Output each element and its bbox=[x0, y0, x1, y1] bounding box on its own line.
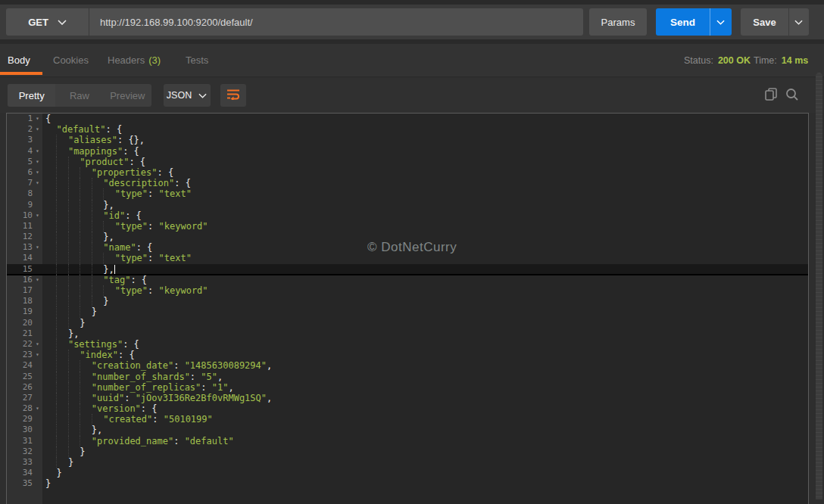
editor-gutter-cell: 12 bbox=[7, 232, 42, 242]
view-mode-preview[interactable]: Preview bbox=[104, 84, 151, 107]
editor-line-row: 23▾ "index": { bbox=[7, 350, 808, 360]
code-line[interactable]: "aliases": {}, bbox=[42, 135, 808, 145]
editor-line-row: 4▾ "mappings": { bbox=[7, 146, 808, 157]
code-line[interactable]: } bbox=[42, 468, 808, 478]
wrap-text-icon bbox=[226, 88, 241, 103]
line-number: 13 bbox=[7, 242, 33, 253]
code-line[interactable]: }, bbox=[42, 264, 808, 275]
params-label: Params bbox=[601, 17, 635, 28]
editor-line-row: 29 "created": "5010199" bbox=[7, 414, 808, 425]
editor-line-row: 28▾ "version": { bbox=[7, 403, 808, 414]
editor-line-row: 16▾ "tag": { bbox=[7, 275, 808, 285]
code-line[interactable]: "index": { bbox=[42, 350, 808, 360]
code-line[interactable]: } bbox=[42, 296, 808, 306]
fold-icon[interactable]: ▾ bbox=[33, 124, 42, 135]
code-line[interactable]: "description": { bbox=[42, 178, 808, 188]
editor-gutter-cell: 10▾ bbox=[7, 210, 42, 221]
fold-icon[interactable]: ▾ bbox=[33, 146, 42, 157]
url-input[interactable] bbox=[89, 8, 583, 36]
code-line[interactable]: "number_of_shards": "5", bbox=[42, 372, 808, 382]
editor-gutter-cell: 14 bbox=[7, 253, 42, 263]
code-line[interactable]: "default": { bbox=[42, 124, 808, 135]
code-line[interactable]: } bbox=[42, 318, 808, 328]
code-line[interactable]: "type": "text" bbox=[42, 188, 808, 199]
code-line[interactable]: "id": { bbox=[42, 210, 808, 221]
tab-headers-label: Headers bbox=[108, 54, 145, 66]
editor-line-row: 26 "number_of_replicas": "1", bbox=[7, 382, 808, 393]
code-line[interactable]: "uuid": "jOov3I36Re2Bf0vRMWg1SQ", bbox=[42, 393, 808, 403]
editor-gutter-cell: 17 bbox=[7, 285, 42, 296]
method-dropdown[interactable]: GET bbox=[6, 8, 89, 36]
fold-icon[interactable]: ▾ bbox=[33, 167, 42, 178]
line-number: 22 bbox=[7, 339, 33, 350]
code-line[interactable]: "provided_name": "default" bbox=[42, 436, 808, 446]
code-line[interactable]: "created": "5010199" bbox=[42, 414, 808, 425]
fold-icon[interactable]: ▾ bbox=[33, 178, 42, 188]
editor-gutter-cell: 19 bbox=[7, 306, 42, 317]
wrap-text-button[interactable] bbox=[220, 84, 246, 107]
copy-button[interactable] bbox=[764, 87, 778, 105]
params-button[interactable]: Params bbox=[589, 8, 647, 36]
code-line[interactable]: "creation_date": "1485630089294", bbox=[42, 360, 808, 371]
code-line[interactable]: { bbox=[42, 114, 808, 124]
code-line[interactable]: "type": "keyword" bbox=[42, 221, 808, 232]
code-line[interactable]: "type": "text" bbox=[42, 253, 808, 263]
fold-icon[interactable]: ▾ bbox=[33, 242, 42, 253]
code-line[interactable]: }, bbox=[42, 328, 808, 339]
editor-gutter-cell: 2▾ bbox=[7, 124, 42, 135]
editor-line-row: 2▾ "default": { bbox=[7, 124, 808, 135]
code-line[interactable]: "mappings": { bbox=[42, 146, 808, 157]
fold-icon[interactable]: ▾ bbox=[33, 114, 42, 124]
code-line[interactable]: "properties": { bbox=[42, 167, 808, 178]
editor-line-row: 1▾{ bbox=[7, 114, 808, 124]
fold-icon[interactable]: ▾ bbox=[33, 403, 42, 414]
status-value: 200 OK bbox=[718, 55, 751, 66]
vertical-scrollbar[interactable] bbox=[816, 73, 822, 499]
line-number: 27 bbox=[7, 393, 33, 403]
tab-headers[interactable]: Headers (3) bbox=[108, 44, 161, 76]
save-button[interactable]: Save bbox=[741, 8, 809, 36]
send-button[interactable]: Send bbox=[656, 8, 732, 36]
line-number: 19 bbox=[7, 306, 33, 317]
view-mode-raw[interactable]: Raw bbox=[55, 84, 103, 107]
tab-cookies[interactable]: Cookies bbox=[53, 44, 89, 76]
editor-gutter-cell: 34 bbox=[7, 468, 42, 478]
time-value: 14 ms bbox=[782, 55, 808, 66]
editor-gutter-cell: 15 bbox=[7, 264, 42, 275]
code-line[interactable]: } bbox=[42, 478, 808, 489]
fold-icon[interactable]: ▾ bbox=[33, 350, 42, 360]
editor-line-row: 14 "type": "text" bbox=[7, 253, 808, 263]
editor-line-row: 19 } bbox=[7, 306, 808, 317]
tab-body-label: Body bbox=[8, 54, 30, 66]
code-line[interactable]: "product": { bbox=[42, 157, 808, 167]
format-dropdown[interactable]: JSON bbox=[164, 84, 211, 107]
editor-line-row: 35} bbox=[7, 478, 808, 489]
fold-icon[interactable]: ▾ bbox=[33, 339, 42, 350]
response-tabs-row: Body Cookies Headers (3) Tests Status: 2… bbox=[0, 44, 824, 77]
send-dropdown[interactable] bbox=[710, 8, 732, 36]
save-dropdown[interactable] bbox=[789, 8, 809, 36]
editor-line-row: 27 "uuid": "jOov3I36Re2Bf0vRMWg1SQ", bbox=[7, 393, 808, 403]
status-label: Status: bbox=[684, 55, 713, 66]
response-toolbar: Pretty Raw Preview JSON bbox=[0, 78, 824, 113]
code-line[interactable]: "version": { bbox=[42, 403, 808, 414]
fold-icon[interactable]: ▾ bbox=[33, 275, 42, 285]
code-line[interactable]: } bbox=[42, 446, 808, 457]
code-line[interactable]: "type": "keyword" bbox=[42, 285, 808, 296]
view-mode-pretty[interactable]: Pretty bbox=[8, 84, 55, 107]
chevron-down-icon bbox=[198, 93, 208, 98]
fold-icon[interactable]: ▾ bbox=[33, 210, 42, 221]
tab-tests[interactable]: Tests bbox=[186, 44, 208, 76]
code-line[interactable]: }, bbox=[42, 200, 808, 210]
code-line[interactable]: } bbox=[42, 457, 808, 468]
code-line[interactable]: }, bbox=[42, 425, 808, 435]
code-line[interactable]: "tag": { bbox=[42, 275, 808, 285]
search-button[interactable] bbox=[785, 87, 799, 105]
code-line[interactable]: "settings": { bbox=[42, 339, 808, 350]
fold-icon[interactable]: ▾ bbox=[33, 157, 42, 167]
response-body-editor[interactable]: 1▾{2▾ "default": {3 "aliases": {},4▾ "ma… bbox=[6, 113, 809, 504]
time-indicator: Time: 14 ms bbox=[754, 44, 808, 76]
code-line[interactable]: } bbox=[42, 306, 808, 317]
editor-line-row: 25 "number_of_shards": "5", bbox=[7, 372, 808, 382]
code-line[interactable]: "number_of_replicas": "1", bbox=[42, 382, 808, 393]
